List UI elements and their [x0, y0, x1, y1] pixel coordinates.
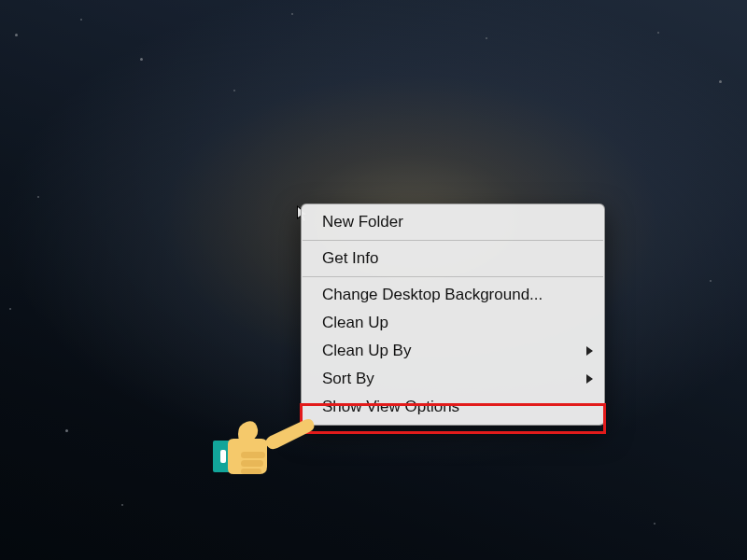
menu-item-label: New Folder [322, 213, 403, 231]
submenu-arrow-icon [586, 346, 593, 356]
menu-separator [303, 276, 603, 277]
menu-item-label: Clean Up [322, 314, 388, 331]
menu-item-change-desktop-background[interactable]: Change Desktop Background... [302, 281, 604, 309]
menu-item-label: Get Info [322, 249, 378, 267]
desktop-context-menu: New Folder Get Info Change Desktop Backg… [301, 203, 605, 426]
menu-item-label: Clean Up By [322, 342, 411, 359]
desktop[interactable]: New Folder Get Info Change Desktop Backg… [0, 0, 747, 560]
menu-item-sort-by[interactable]: Sort By [302, 365, 604, 393]
menu-item-clean-up[interactable]: Clean Up [302, 309, 604, 337]
menu-separator [303, 240, 603, 241]
menu-item-show-view-options[interactable]: Show View Options [302, 393, 604, 421]
submenu-arrow-icon [586, 374, 593, 384]
menu-item-new-folder[interactable]: New Folder [302, 208, 604, 236]
menu-item-label: Change Desktop Background... [322, 286, 543, 303]
menu-item-label: Sort By [322, 370, 374, 387]
menu-item-get-info[interactable]: Get Info [302, 245, 604, 273]
menu-item-label: Show View Options [322, 398, 459, 415]
menu-item-clean-up-by[interactable]: Clean Up By [302, 337, 604, 365]
